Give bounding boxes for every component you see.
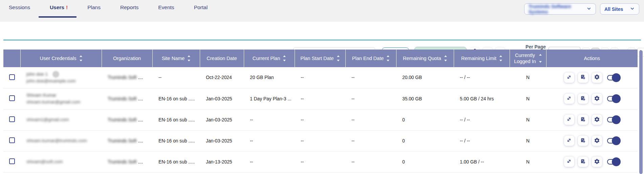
sort-arrows-icon[interactable] bbox=[337, 55, 340, 61]
organization-selector[interactable]: Truminds Software Systems bbox=[524, 3, 596, 15]
column-header-plan-end-date[interactable]: Plan End Date bbox=[345, 50, 396, 67]
column-header-remaining-limit[interactable]: Remaining Limit bbox=[454, 50, 510, 67]
sort-asc-icon[interactable] bbox=[283, 55, 286, 57]
column-header-plan-start-date[interactable]: Plan Start Date bbox=[295, 50, 345, 67]
sort-asc-icon[interactable] bbox=[499, 55, 502, 57]
chevron-down-icon bbox=[586, 6, 592, 12]
currently-logged-in-cell: N bbox=[510, 67, 546, 88]
column-header-current-plan[interactable]: Current Plan bbox=[244, 50, 295, 67]
tab-events[interactable]: Events bbox=[157, 4, 175, 11]
sort-asc-icon[interactable] bbox=[80, 55, 82, 57]
user-enabled-toggle[interactable] bbox=[607, 75, 620, 80]
expand-user-button[interactable] bbox=[564, 94, 574, 104]
row-checkbox[interactable] bbox=[9, 74, 15, 80]
sort-desc-icon[interactable] bbox=[337, 60, 340, 61]
active-tab-underline bbox=[39, 16, 77, 18]
organization-suffix: .... bbox=[138, 138, 143, 143]
sort-arrows-icon[interactable] bbox=[283, 55, 286, 61]
user-settings-button[interactable] bbox=[592, 136, 602, 146]
site-name-cell: EN-16 on sub ..... bbox=[152, 88, 200, 109]
column-header-content: Remaining Quota bbox=[396, 55, 454, 61]
row-checkbox[interactable] bbox=[9, 116, 15, 122]
plan-end-date-cell: -- bbox=[345, 151, 396, 172]
sort-arrows-icon[interactable] bbox=[499, 55, 502, 61]
row-checkbox[interactable] bbox=[9, 158, 15, 164]
user-credentials: shivam@soft.com bbox=[26, 158, 102, 165]
sort-desc-icon[interactable] bbox=[499, 60, 502, 61]
column-header-label: Organization bbox=[113, 56, 141, 61]
user-enabled-toggle[interactable] bbox=[607, 117, 620, 122]
user-email: shivam.kumar@truminds.com bbox=[26, 137, 102, 144]
user-account-info-button[interactable] bbox=[578, 157, 588, 167]
plan-end-date-cell: -- bbox=[345, 67, 396, 88]
chevron-down-icon bbox=[630, 6, 635, 12]
user-account-info-button[interactable] bbox=[578, 115, 588, 125]
user-settings-button[interactable] bbox=[592, 157, 602, 167]
column-header-user-credentials[interactable]: User Credentials bbox=[20, 50, 102, 67]
user-enabled-toggle[interactable] bbox=[607, 96, 620, 101]
remaining-quota-cell: 0 bbox=[396, 109, 454, 130]
column-header-site-name[interactable]: Site Name bbox=[152, 50, 200, 67]
sort-arrows-icon[interactable] bbox=[539, 54, 542, 63]
user-credentials: Shivam Kumarshivam.kumar@gmail.com bbox=[26, 92, 102, 105]
column-header-label: Site Name bbox=[162, 56, 185, 61]
user-settings-button[interactable] bbox=[592, 115, 602, 125]
site-name-cell: EN-16 on sub ..... bbox=[152, 130, 200, 151]
users-table-wrap: User CredentialsOrganizationSite NameCre… bbox=[3, 50, 638, 173]
sort-desc-icon[interactable] bbox=[188, 60, 190, 61]
organization-name: Truminds Soft bbox=[108, 75, 136, 80]
sort-asc-icon[interactable] bbox=[444, 55, 447, 57]
user-settings-button[interactable] bbox=[592, 94, 602, 104]
top-tab-bar: SessionsUsers!PlansReportsEventsPortal T… bbox=[0, 0, 644, 22]
row-checkbox-cell bbox=[3, 130, 20, 151]
tab-portal[interactable]: Portal bbox=[193, 4, 209, 11]
column-header-content: Organization bbox=[102, 56, 152, 61]
sort-asc-icon[interactable] bbox=[539, 54, 542, 56]
user-settings-button[interactable] bbox=[592, 73, 602, 83]
expand-user-button[interactable] bbox=[564, 115, 574, 125]
current-plan-cell: -- bbox=[244, 151, 295, 172]
remaining-quota-cell: 20.00 GB bbox=[396, 67, 454, 88]
sort-arrows-icon[interactable] bbox=[188, 55, 190, 61]
sort-arrows-icon[interactable] bbox=[444, 55, 447, 61]
sort-desc-icon[interactable] bbox=[539, 61, 542, 63]
user-enabled-toggle[interactable] bbox=[607, 159, 620, 165]
organization: Truminds Soft.... bbox=[108, 138, 152, 143]
column-header-remaining-quota[interactable]: Remaining Quota bbox=[396, 50, 454, 67]
sort-arrows-icon[interactable] bbox=[387, 55, 389, 61]
tab-plans[interactable]: Plans bbox=[86, 4, 102, 11]
user-account-info-button[interactable] bbox=[578, 73, 588, 83]
sites-selector[interactable]: All Sites bbox=[600, 3, 639, 15]
sort-asc-icon[interactable] bbox=[188, 55, 190, 57]
user-credentials: john doe 1john.doe@example.com bbox=[26, 71, 102, 84]
column-header-content: Creation Date bbox=[200, 56, 244, 61]
sort-desc-icon[interactable] bbox=[283, 60, 286, 61]
tab-sessions[interactable]: Sessions bbox=[7, 4, 31, 11]
user-account-info-button[interactable] bbox=[578, 136, 588, 146]
sort-desc-icon[interactable] bbox=[80, 60, 82, 61]
plan-start-date-cell: -- bbox=[295, 88, 345, 109]
sort-desc-icon[interactable] bbox=[444, 60, 447, 61]
tab-reports[interactable]: Reports bbox=[119, 4, 140, 11]
column-header-label: Remaining Quota bbox=[403, 56, 441, 61]
row-checkbox[interactable] bbox=[9, 95, 15, 101]
column-header-currently-logged-in[interactable]: CurrentlyLogged In bbox=[510, 50, 546, 67]
user-credentials: shivam1@gmail.com bbox=[26, 116, 102, 123]
user-account-info-button[interactable] bbox=[578, 94, 588, 104]
sort-arrows-icon[interactable] bbox=[80, 55, 82, 61]
expand-user-button[interactable] bbox=[564, 73, 574, 83]
remaining-limit-cell: -- / -- bbox=[454, 109, 510, 130]
expand-user-button[interactable] bbox=[564, 157, 574, 167]
row-checkbox[interactable] bbox=[9, 137, 15, 143]
sort-asc-icon[interactable] bbox=[387, 55, 389, 57]
organization-suffix: .... bbox=[138, 117, 143, 122]
sort-asc-icon[interactable] bbox=[337, 55, 340, 57]
table-scrollbar[interactable] bbox=[639, 50, 643, 174]
expand-icon bbox=[566, 74, 572, 81]
sort-desc-icon[interactable] bbox=[387, 60, 389, 61]
tab-users[interactable]: Users! bbox=[48, 4, 69, 11]
organization-suffix: .... bbox=[138, 75, 143, 80]
user-enabled-toggle[interactable] bbox=[607, 138, 620, 143]
toggle-knob bbox=[612, 157, 621, 166]
expand-user-button[interactable] bbox=[564, 136, 574, 146]
